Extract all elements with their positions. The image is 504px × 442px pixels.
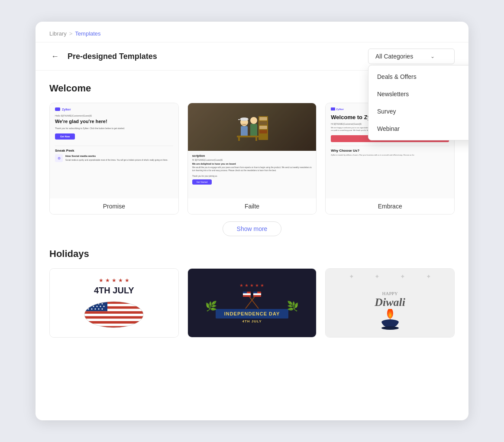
dropdown-item-deals[interactable]: Deals & Offers: [368, 68, 468, 85]
svg-point-39: [91, 303, 93, 304]
svg-rect-13: [238, 137, 240, 141]
svg-point-54: [102, 308, 103, 309]
back-button[interactable]: ←: [49, 50, 61, 63]
failte-tag: scription: [192, 154, 312, 157]
svg-rect-1: [259, 117, 267, 120]
indep-sub: 4TH JULY: [242, 319, 262, 323]
svg-rect-2: [259, 121, 267, 125]
july4-text: 4TH JULY: [94, 286, 134, 295]
fireworks-decoration: ✦ ✦ ✦ ✦: [339, 273, 441, 280]
promise-email-preview: Zylker Hello ${FNAME|Customer|Guest}$ We…: [50, 103, 178, 168]
svg-rect-7: [241, 118, 248, 120]
svg-point-46: [97, 306, 98, 307]
diwali-text: Diwali: [375, 296, 405, 309]
failte-preview-container: scription Hi ${FNAME|Customer|Guest}$ We…: [188, 103, 317, 198]
star-icon-4: ★: [118, 277, 123, 283]
dropdown-item-webinar[interactable]: Webinar: [368, 120, 468, 137]
embrace-logo: Zylker: [331, 107, 344, 110]
svg-point-43: [86, 306, 87, 307]
promise-label: Promise: [50, 198, 178, 214]
dropdown-selected-label: All Categories: [375, 53, 413, 60]
svg-point-68: [381, 326, 399, 330]
indep-stars: ★ ★ ★ ★ ★: [239, 283, 264, 288]
page-title: Pre-designed Templates: [68, 52, 361, 61]
svg-point-51: [91, 308, 93, 309]
show-more-button[interactable]: Show more: [223, 221, 282, 236]
promise-body: Thank you for subscribing to Zylker. Cli…: [55, 127, 173, 130]
template-card-diwali[interactable]: ✦ ✦ ✦ ✦ HAPPY Diwali: [325, 268, 455, 338]
svg-rect-21: [81, 316, 146, 318]
firework-3: ✦: [400, 273, 405, 280]
svg-point-10: [250, 117, 257, 124]
breadcrumb: Library > Templates: [36, 22, 468, 42]
star-icon-3: ★: [112, 277, 116, 283]
svg-rect-3: [259, 126, 267, 129]
failte-email-preview: scription Hi ${FNAME|Customer|Guest}$ We…: [188, 103, 317, 198]
firework-4: ✦: [426, 273, 431, 280]
promise-section-title: Sneak Peek: [55, 149, 173, 153]
template-card-indep[interactable]: ★ ★ ★ ★ ★ 🌿 🌿: [187, 268, 317, 338]
diwali-preview: ✦ ✦ ✦ ✦ HAPPY Diwali: [326, 269, 454, 337]
july4-flag-map-icon: [81, 296, 146, 329]
promise-sneak-row: ⚙ How Social media works Social media is…: [55, 154, 173, 162]
svg-rect-64: [243, 293, 251, 295]
failte-email-body: scription Hi ${FNAME|Customer|Guest}$ We…: [188, 151, 317, 198]
category-dropdown-wrapper: All Categories ⌄ Deals & Offers Newslett…: [368, 49, 455, 64]
holidays-section-title: Holidays: [49, 248, 455, 260]
svg-point-47: [100, 306, 101, 307]
indep-star-3: ★: [250, 283, 254, 288]
svg-point-45: [93, 306, 94, 307]
svg-point-31: [86, 300, 87, 302]
promise-btn: Get Now: [55, 133, 75, 140]
breadcrumb-library[interactable]: Library: [49, 30, 67, 37]
template-card-july4[interactable]: ★ ★ ★ ★ ★ 4TH JULY: [49, 268, 179, 338]
svg-point-48: [103, 306, 105, 307]
indep-star-2: ★: [245, 283, 249, 288]
promise-hi: Hello ${FNAME|Customer|Guest}$: [55, 114, 173, 117]
dropdown-item-survey[interactable]: Survey: [368, 103, 468, 120]
embrace-section-body: Zylker is trusted by millions of users. …: [331, 154, 449, 156]
svg-point-38: [88, 303, 89, 304]
laurel-right-icon: 🌿: [287, 301, 299, 312]
star-icon-2: ★: [105, 277, 110, 283]
holidays-section: Holidays ★ ★ ★ ★ ★ 4TH JULY: [49, 248, 455, 338]
star-icon-1: ★: [99, 277, 103, 283]
diya-icon: [377, 309, 403, 331]
failte-thanks: Thank you for your joining us: [192, 175, 312, 177]
promise-divider: [55, 146, 173, 146]
template-card-failte[interactable]: scription Hi ${FNAME|Customer|Guest}$ We…: [187, 103, 317, 214]
failte-label: Failte: [188, 198, 317, 214]
svg-point-34: [97, 300, 98, 302]
indep-star-1: ★: [239, 283, 243, 288]
svg-point-37: [84, 303, 86, 304]
category-dropdown-menu: Deals & Offers Newsletters Survey Webina…: [368, 65, 468, 140]
svg-rect-58: [253, 292, 257, 293]
show-more-wrapper: Show more: [49, 221, 455, 236]
svg-point-25: [84, 298, 86, 299]
svg-rect-4: [259, 130, 267, 133]
svg-point-42: [102, 303, 103, 304]
promise-text-block: How Social media works Social media is q…: [65, 154, 168, 162]
svg-rect-18: [81, 301, 146, 304]
embrace-divider: [331, 146, 449, 146]
promise-heading: We're glad you're here!: [55, 119, 173, 124]
firework-2: ✦: [375, 273, 380, 280]
indep-star-4: ★: [255, 283, 259, 288]
template-card-promise[interactable]: Zylker Hello ${FNAME|Customer|Guest}$ We…: [49, 103, 179, 214]
svg-point-36: [103, 300, 105, 302]
category-dropdown-button[interactable]: All Categories ⌄: [368, 49, 455, 64]
july4-preview: ★ ★ ★ ★ ★ 4TH JULY: [50, 269, 178, 337]
promise-preview: Zylker Hello ${FNAME|Customer|Guest}$ We…: [50, 103, 178, 198]
svg-point-33: [93, 300, 94, 302]
promise-logo-icon: [55, 107, 60, 111]
svg-rect-22: [81, 321, 146, 324]
indep-preview: ★ ★ ★ ★ ★ 🌿 🌿: [188, 269, 317, 337]
breadcrumb-separator: >: [69, 30, 73, 37]
dropdown-item-newsletters[interactable]: Newsletters: [368, 85, 468, 103]
svg-rect-59: [253, 293, 261, 295]
svg-rect-9: [241, 126, 248, 137]
svg-rect-11: [250, 124, 257, 136]
svg-point-35: [100, 300, 101, 302]
breadcrumb-current: Templates: [75, 30, 100, 37]
failte-people-icon: [235, 112, 269, 142]
